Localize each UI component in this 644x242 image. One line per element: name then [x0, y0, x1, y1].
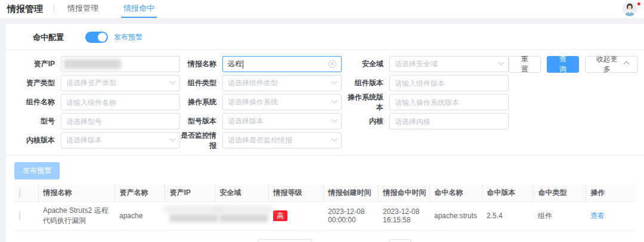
- kernel-version-select[interactable]: 请选择版本: [61, 132, 180, 148]
- table-toolbar: 发布预警: [6, 156, 644, 185]
- cell-intel-level: 高: [268, 201, 323, 230]
- intel-name-label: 情报名称: [180, 59, 222, 69]
- col-action: 操作: [586, 185, 636, 201]
- select-all-header: [14, 185, 38, 201]
- model-input[interactable]: [61, 113, 180, 129]
- page-title: 情报管理: [7, 4, 43, 15]
- os-version-label: 操作系统版本: [342, 92, 389, 113]
- filter-row-5: 内核版本 请选择版本 是否监控情报 请选择是否监控情报: [7, 132, 644, 148]
- view-link[interactable]: 查看: [590, 212, 605, 220]
- asset-type-label: 资产类型: [7, 78, 61, 88]
- level-badge: 高: [273, 210, 287, 221]
- hit-results-table: 情报名称 资产名称 资产IP 安全域 情报等级 情报创建时间 情报命中时间 命中…: [14, 185, 636, 231]
- kernel-input[interactable]: [389, 113, 509, 129]
- model-version-select[interactable]: 请选择版本: [222, 113, 342, 129]
- chevron-down-icon: [332, 136, 338, 142]
- clear-input-icon[interactable]: ✕: [329, 60, 336, 68]
- field-monitor-intel: 是否监控情报 请选择是否监控情报: [180, 131, 342, 151]
- os-select[interactable]: 请选择操作系统: [222, 94, 342, 110]
- reset-button[interactable]: 重置: [509, 56, 541, 73]
- col-hit-type: 命中类型: [533, 185, 586, 201]
- field-component-name: 组件名称: [7, 94, 180, 110]
- chevron-down-icon: [170, 79, 176, 85]
- page-size-select[interactable]: 20条/页: [258, 239, 311, 242]
- publish-alert-button[interactable]: 发布预警: [14, 162, 60, 179]
- publish-alert-toggle-label: 发布预警: [114, 32, 143, 42]
- cell-hit-version: 2.5.4: [482, 201, 533, 230]
- component-type-label: 组件类型: [180, 78, 222, 88]
- field-model-version: 型号版本 请选择版本: [180, 113, 342, 129]
- cell-created-time: 2023-12-08 00:00:00: [323, 201, 378, 230]
- table-header-row: 情报名称 资产名称 资产IP 安全域 情报等级 情报创建时间 情报命中时间 命中…: [14, 185, 636, 201]
- col-created-time: 情报创建时间: [323, 185, 378, 201]
- monitor-intel-select[interactable]: 请选择是否监控情报: [222, 132, 342, 148]
- field-asset-ip: 资产IP: [7, 56, 180, 72]
- redacted-asset-ip-value: [64, 59, 121, 69]
- filter-row-2: 资产类型 请选择资产类型 组件类型 请选择组件类型 组件版本: [7, 75, 644, 91]
- avatar-icon: [623, 2, 637, 16]
- col-asset-ip: 资产IP: [165, 185, 215, 201]
- model-label: 型号: [7, 116, 61, 126]
- security-zone-select[interactable]: 请选择安全域: [389, 56, 509, 72]
- component-type-select[interactable]: 请选择组件类型: [222, 75, 342, 91]
- cell-intel-name: Apache Struts2 远程代码执行漏洞: [38, 201, 114, 230]
- asset-ip-label: 资产IP: [7, 59, 61, 69]
- component-name-input[interactable]: [61, 94, 180, 110]
- publish-alert-toggle[interactable]: [85, 32, 108, 43]
- pagination: 共 1 条 20条/页 < 1 > 前往 页: [6, 239, 644, 242]
- field-model: 型号: [7, 113, 180, 129]
- field-os: 操作系统 请选择操作系统: [180, 94, 342, 110]
- os-label: 操作系统: [180, 97, 222, 107]
- field-kernel-version: 内核版本 请选择版本: [7, 132, 180, 148]
- chevron-down-icon: [170, 136, 176, 142]
- chevron-down-icon: [332, 79, 338, 85]
- goto-page: 前往 页: [370, 239, 423, 242]
- col-asset-name: 资产名称: [114, 185, 165, 201]
- main-panel: 命中配置 发布预警 资产IP 情报名称 远程 ✕ 安全域: [6, 24, 644, 242]
- security-zone-label: 安全域: [342, 59, 389, 69]
- filter-actions: 重置 查询 收起更多: [509, 56, 638, 73]
- kernel-version-label: 内核版本: [7, 135, 61, 145]
- select-all-checkbox[interactable]: [19, 188, 20, 198]
- asset-ip-input[interactable]: [61, 56, 180, 72]
- row-checkbox[interactable]: [19, 211, 20, 221]
- text-cursor: [243, 60, 243, 69]
- chevron-down-icon: [332, 98, 338, 104]
- title-divider: [54, 5, 54, 13]
- redacted-value: [169, 214, 218, 222]
- goto-page-input[interactable]: [389, 239, 411, 242]
- field-component-version: 组件版本: [342, 75, 509, 91]
- redacted-value: [219, 214, 268, 222]
- top-nav-bar: 情报管理 情报管理 情报命中: [0, 0, 644, 18]
- filter-row-1: 资产IP 情报名称 远程 ✕ 安全域 请选择安全域: [7, 56, 644, 72]
- search-button[interactable]: 查询: [547, 56, 579, 73]
- model-version-label: 型号版本: [180, 116, 222, 126]
- asset-type-select[interactable]: 请选择资产类型: [61, 75, 180, 91]
- intel-name-input[interactable]: 远程 ✕: [222, 56, 342, 72]
- cell-hit-type: 组件: [533, 201, 586, 230]
- notification-dot: [637, 2, 640, 5]
- user-avatar[interactable]: [623, 2, 637, 16]
- field-component-type: 组件类型 请选择组件类型: [180, 75, 342, 91]
- component-name-label: 组件名称: [7, 97, 61, 107]
- filter-row-3: 组件名称 操作系统 请选择操作系统 操作系统版本: [7, 94, 644, 110]
- cell-action: 查看: [586, 201, 636, 230]
- tab-bar: 情报管理 情报命中: [65, 0, 177, 18]
- monitor-intel-label: 是否监控情报: [180, 131, 222, 151]
- component-version-input[interactable]: [389, 75, 509, 91]
- chevron-down-icon: [499, 60, 504, 66]
- cell-security-zone-redacted: [215, 201, 268, 230]
- collapse-more-button[interactable]: 收起更多: [585, 56, 638, 73]
- tab-intel-hit[interactable]: 情报命中: [121, 0, 157, 18]
- field-security-zone: 安全域 请选择安全域: [342, 56, 509, 72]
- hit-config-title: 命中配置: [33, 32, 64, 43]
- col-intel-name: 情报名称: [38, 185, 114, 201]
- col-intel-level: 情报等级: [268, 185, 323, 201]
- component-version-label: 组件版本: [342, 78, 389, 88]
- os-version-input[interactable]: [389, 94, 509, 110]
- table-row: Apache Struts2 远程代码执行漏洞 apache 高 2023-12…: [14, 201, 636, 230]
- tab-intel-manage[interactable]: 情报管理: [65, 0, 101, 18]
- filter-row-4: 型号 型号版本 请选择版本 内核: [7, 113, 644, 129]
- filter-form: 资产IP 情报名称 远程 ✕ 安全域 请选择安全域: [6, 50, 644, 155]
- kernel-label: 内核: [342, 116, 389, 126]
